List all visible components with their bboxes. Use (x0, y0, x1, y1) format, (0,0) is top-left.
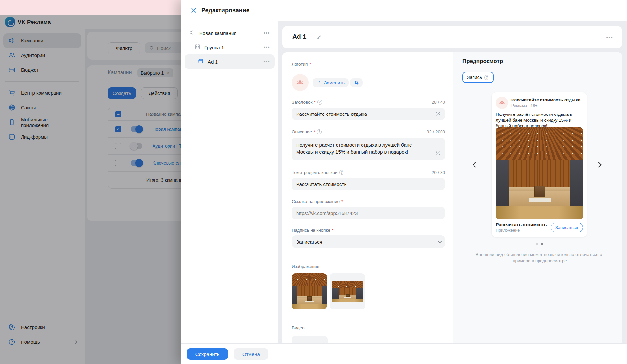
description-label: Описание* ? (292, 129, 322, 134)
modal-header: Редактирование (181, 0, 627, 21)
more-menu-icon[interactable]: ••• (264, 31, 270, 35)
ad-title-card: Ad 1 ••• (282, 26, 622, 48)
more-menu-icon[interactable]: ••• (606, 36, 613, 39)
video-upload-stub[interactable] (292, 336, 328, 343)
title-label: Заголовок* ? (292, 100, 322, 105)
modal-tree-panel: Новая кампания ••• Группа 1 ••• Ad 1 ••• (181, 21, 278, 343)
preview-description: Получите расчёт стоимости отдыха в лучше… (496, 112, 583, 129)
button-text-input[interactable] (292, 178, 445, 190)
preview-image (496, 127, 583, 219)
scroll-gutter[interactable] (622, 21, 627, 343)
edit-pencil-icon[interactable] (316, 34, 322, 42)
modal-main: Ad 1 ••• Логотип* Заменить (278, 21, 627, 343)
button-label-label: Надпись на кнопке* (292, 228, 333, 233)
preview-title: Рассчитайте стоимость отдыха (511, 98, 580, 103)
more-menu-icon[interactable]: ••• (264, 46, 270, 49)
preview-footer: Рассчитать стоимость Приложение Записать… (496, 221, 583, 233)
help-circle-icon[interactable]: ? (339, 170, 344, 175)
preview-heading: Предпросмотр (462, 58, 503, 65)
carousel-prev-icon[interactable] (473, 162, 478, 168)
required-star: * (309, 62, 311, 67)
ad-logo-image (292, 74, 309, 91)
lotus-icon (498, 99, 506, 107)
magic-wand-icon[interactable] (435, 150, 441, 157)
tree-item-label: Группа 1 (204, 45, 224, 50)
preview-cta-subtitle: Приложение (496, 228, 547, 233)
ad-title: Ad 1 (292, 33, 306, 40)
description-textarea[interactable]: Получите расчёт стоимости отдыха в лучше… (292, 138, 445, 160)
format-chip-zapis[interactable]: Запись ? (462, 72, 494, 83)
button-text-counter: 20 / 30 (432, 170, 445, 175)
carousel-next-icon[interactable] (596, 162, 602, 168)
lotus-icon (295, 78, 305, 87)
edit-modal: Редактирование Новая кампания ••• Группа… (181, 0, 627, 364)
preview-disclaimer: Внешний вид объявления может незначитель… (470, 251, 610, 264)
magic-wand-icon[interactable] (435, 111, 441, 117)
tree-item-ad[interactable]: Ad 1 ••• (185, 54, 275, 69)
ad-form-card: Логотип* Заменить (282, 52, 622, 343)
crop-icon (354, 80, 359, 85)
tree-item-label: Новая кампания (199, 30, 236, 36)
tree-item-campaign[interactable]: Новая кампания ••• (185, 26, 275, 40)
tree-item-label: Ad 1 (208, 59, 218, 65)
crop-logo-button[interactable] (350, 78, 363, 87)
logo-label: Логотип* (292, 62, 311, 67)
video-label: Видео (292, 326, 304, 330)
preview-cta-title: Рассчитать стоимость (496, 222, 547, 227)
save-button[interactable]: Сохранить (187, 348, 228, 360)
tree-item-group[interactable]: Группа 1 ••• (185, 40, 275, 54)
replace-logo-button[interactable]: Заменить (313, 78, 349, 87)
megaphone-icon (189, 29, 195, 37)
help-circle-icon[interactable]: ? (317, 129, 322, 134)
images-label: Изображения (292, 264, 319, 269)
logo-row: Заменить (292, 74, 445, 91)
app-link-label: Ссылка на приложение* (292, 199, 343, 204)
help-circle-icon[interactable]: ? (484, 75, 489, 80)
ad-banner-icon (198, 58, 204, 65)
more-menu-icon[interactable]: ••• (264, 60, 270, 63)
image-thumbnail-2[interactable] (330, 273, 365, 309)
section-divider (292, 317, 445, 317)
preview-column: Предпросмотр Запись ? Рассчитайте стоимо… (453, 52, 622, 343)
preview-cta-button[interactable]: Записаться (551, 223, 583, 232)
help-circle-icon[interactable]: ? (317, 100, 322, 105)
modal-footer: Сохранить Отмена (181, 343, 627, 364)
close-icon[interactable] (190, 7, 197, 14)
preview-logo (496, 97, 508, 109)
carousel-dot-active[interactable] (541, 243, 543, 245)
upload-icon (317, 80, 322, 85)
chevron-down-icon (438, 239, 442, 243)
modal-title: Редактирование (201, 7, 249, 14)
app-link-input[interactable] (292, 207, 445, 219)
carousel-dots (492, 243, 587, 245)
button-label-select[interactable]: Записаться (292, 235, 445, 248)
title-field-wrap (292, 108, 445, 120)
cancel-button[interactable]: Отмена (234, 348, 268, 360)
image-thumbnail-1[interactable] (292, 273, 327, 309)
grid-icon (194, 44, 201, 51)
preview-meta: Реклама · 18+ (511, 103, 580, 108)
button-text-label: Текст рядом с кнопкой ? (292, 170, 344, 175)
carousel-dot[interactable] (536, 243, 538, 245)
form-column: Логотип* Заменить (282, 52, 453, 343)
title-input[interactable] (292, 108, 445, 120)
ad-preview-card: Рассчитайте стоимость отдыха Реклама · 1… (492, 92, 587, 237)
description-counter: 92 / 2000 (427, 129, 445, 134)
title-counter: 28 / 40 (432, 100, 445, 105)
